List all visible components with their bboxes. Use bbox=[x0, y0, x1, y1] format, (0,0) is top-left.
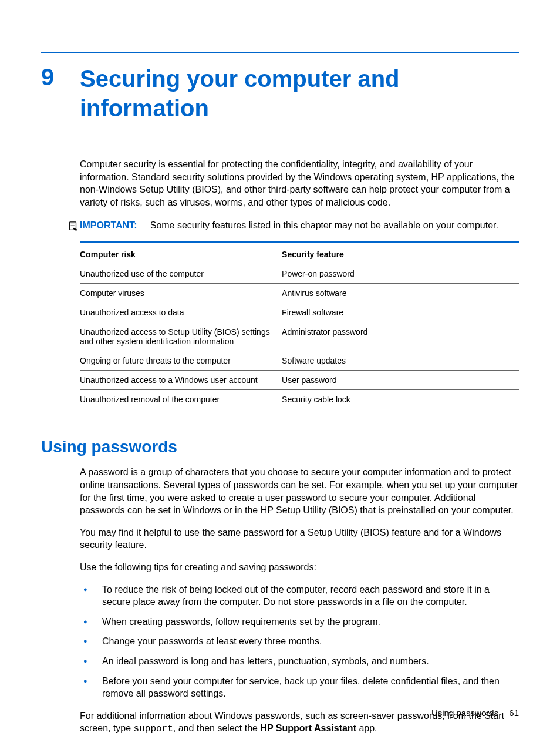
table-cell: Unauthorized access to a Windows user ac… bbox=[80, 371, 282, 390]
code-text: support bbox=[134, 724, 173, 734]
list-item: To reduce the risk of being locked out o… bbox=[80, 583, 519, 609]
table-row: Unauthorized use of the computer Power-o… bbox=[80, 264, 519, 284]
table-row: Unauthorized removal of the computer Sec… bbox=[80, 390, 519, 409]
app-name: HP Support Assistant bbox=[260, 723, 356, 733]
table-header-feature: Security feature bbox=[282, 242, 519, 264]
list-item: When creating passwords, follow requirem… bbox=[80, 616, 519, 629]
important-text: Some security features listed in this ch… bbox=[150, 220, 498, 230]
passwords-para-2: You may find it helpful to use the same … bbox=[80, 526, 519, 552]
passwords-para-1: A password is a group of characters that… bbox=[80, 466, 519, 516]
footer-section-name: Using passwords bbox=[431, 708, 498, 718]
table-cell: Antivirus software bbox=[282, 284, 519, 303]
note-icon bbox=[68, 221, 79, 231]
password-tips-list: To reduce the risk of being locked out o… bbox=[80, 583, 519, 700]
table-cell: Firewall software bbox=[282, 303, 519, 322]
section-heading-passwords: Using passwords bbox=[41, 438, 519, 456]
table-cell: Power-on password bbox=[282, 264, 519, 284]
security-risk-table: Computer risk Security feature Unauthori… bbox=[80, 241, 519, 409]
table-cell: Unauthorized access to Setup Utility (BI… bbox=[80, 322, 282, 351]
table-row: Unauthorized access to a Windows user ac… bbox=[80, 371, 519, 390]
footer-page-number: 61 bbox=[509, 708, 519, 718]
chapter-title: Securing your computer and information bbox=[80, 64, 519, 123]
intro-paragraph: Computer security is essential for prote… bbox=[80, 158, 519, 209]
list-item: Before you send your computer for servic… bbox=[80, 675, 519, 700]
important-note: IMPORTANT: Some security features listed… bbox=[68, 220, 519, 231]
table-row: Ongoing or future threats to the compute… bbox=[80, 351, 519, 371]
list-item: Change your passwords at least every thr… bbox=[80, 635, 519, 648]
table-cell: Computer viruses bbox=[80, 284, 282, 303]
table-cell: Unauthorized removal of the computer bbox=[80, 390, 282, 409]
table-cell: User password bbox=[282, 371, 519, 390]
chapter-top-rule bbox=[41, 52, 519, 53]
important-label: IMPORTANT: bbox=[80, 220, 137, 230]
passwords-para-3: Use the following tips for creating and … bbox=[80, 561, 519, 574]
table-cell: Administrator password bbox=[282, 322, 519, 351]
table-cell: Unauthorized access to data bbox=[80, 303, 282, 322]
table-cell: Unauthorized use of the computer bbox=[80, 264, 282, 284]
table-row: Unauthorized access to Setup Utility (BI… bbox=[80, 322, 519, 351]
table-cell: Software updates bbox=[282, 351, 519, 371]
table-cell: Ongoing or future threats to the compute… bbox=[80, 351, 282, 371]
chapter-header: 9 Securing your computer and information bbox=[41, 64, 519, 123]
table-row: Computer viruses Antivirus software bbox=[80, 284, 519, 303]
list-item: An ideal password is long and has letter… bbox=[80, 655, 519, 668]
page-footer: Using passwords 61 bbox=[431, 708, 519, 718]
chapter-number: 9 bbox=[41, 64, 80, 90]
table-cell: Security cable lock bbox=[282, 390, 519, 409]
table-row: Unauthorized access to data Firewall sof… bbox=[80, 303, 519, 322]
table-header-risk: Computer risk bbox=[80, 242, 282, 264]
